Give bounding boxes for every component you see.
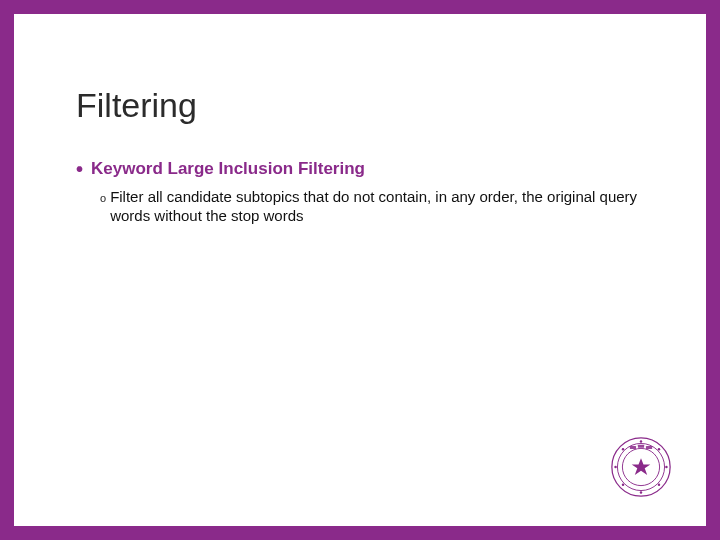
slide-title: Filtering <box>76 86 666 125</box>
sub-bullet-text: Filter all candidate subtopics that do n… <box>110 187 650 225</box>
svg-rect-14 <box>638 445 644 448</box>
bullet-item: • Keyword Large Inclusion Filtering <box>76 159 666 179</box>
svg-point-10 <box>622 448 624 450</box>
slide-content: Filtering • Keyword Large Inclusion Filt… <box>76 86 666 225</box>
bullet-label: Keyword Large Inclusion Filtering <box>91 159 365 179</box>
slide-frame: Filtering • Keyword Large Inclusion Filt… <box>0 0 720 540</box>
sub-bullet-marker-icon: o <box>100 187 106 207</box>
svg-marker-11 <box>632 458 651 475</box>
svg-point-3 <box>640 440 642 442</box>
svg-rect-13 <box>646 446 652 449</box>
svg-point-9 <box>614 466 616 468</box>
svg-point-6 <box>658 483 660 485</box>
sub-bullet-item: o Filter all candidate subtopics that do… <box>100 187 666 225</box>
svg-point-5 <box>665 466 667 468</box>
svg-point-4 <box>658 448 660 450</box>
svg-rect-12 <box>630 446 636 449</box>
university-seal-icon <box>610 436 672 498</box>
svg-point-7 <box>640 491 642 493</box>
bullet-marker-icon: • <box>76 159 83 179</box>
svg-point-8 <box>622 483 624 485</box>
